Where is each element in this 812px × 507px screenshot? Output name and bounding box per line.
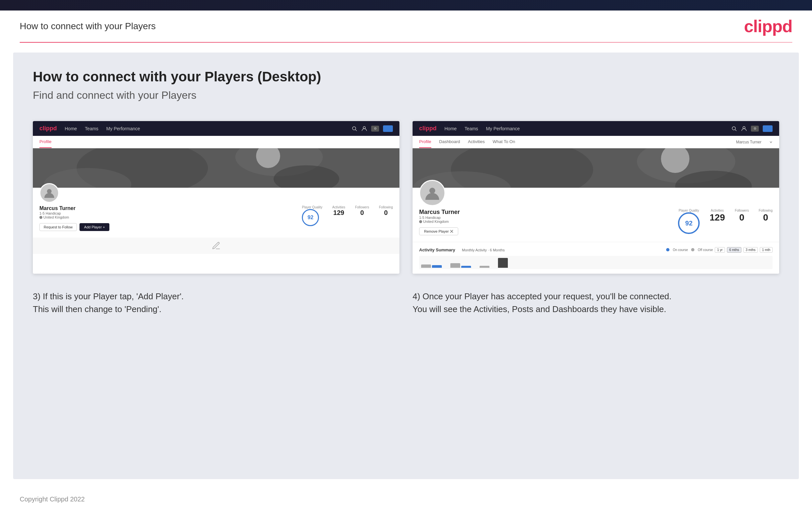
filter-6mths[interactable]: 6 mths bbox=[727, 247, 742, 253]
mock-nav-myperformance-1: My Performance bbox=[106, 126, 140, 131]
mock-stat-followers-2: Followers 0 bbox=[735, 209, 749, 223]
header-divider bbox=[20, 42, 792, 43]
mock-nav-icons-1: ⚙ bbox=[351, 125, 393, 132]
mock-banner-2 bbox=[413, 148, 779, 188]
svg-point-9 bbox=[47, 189, 52, 193]
add-player-button[interactable]: Add Player + bbox=[80, 223, 109, 231]
mock-player-location-1: United Kingdom bbox=[39, 215, 295, 219]
mock-pen-area bbox=[33, 238, 399, 254]
mock-chart-area bbox=[419, 256, 773, 269]
mock-player-dropdown[interactable]: Marcus Turner bbox=[736, 140, 761, 145]
on-course-legend-dot bbox=[666, 248, 669, 251]
svg-line-12 bbox=[735, 130, 737, 131]
mock-nav-1: clippd Home Teams My Performance ⚙ bbox=[33, 121, 399, 136]
avatar-flag-2 bbox=[763, 125, 773, 132]
mock-avatar-1 bbox=[39, 183, 59, 203]
mock-nav-icons-2: ⚙ bbox=[731, 125, 773, 132]
mock-nav-teams-1: Teams bbox=[85, 126, 98, 131]
mock-legend: On course Off course bbox=[666, 248, 713, 252]
mock-nav-myperformance-2: My Performance bbox=[486, 126, 520, 131]
top-bar bbox=[0, 0, 812, 10]
search-icon-1 bbox=[351, 126, 357, 131]
remove-player-button[interactable]: Remove Player bbox=[419, 227, 458, 235]
mock-tab-profile-2[interactable]: Profile bbox=[419, 136, 431, 148]
filter-3mths[interactable]: 3 mths bbox=[743, 247, 758, 253]
description-block-1: 3) If this is your Player tap, 'Add Play… bbox=[33, 290, 399, 316]
screenshot-1: clippd Home Teams My Performance ⚙ bbox=[33, 121, 399, 274]
description-text-2: 4) Once your Player has accepted your re… bbox=[413, 290, 779, 316]
request-follow-button[interactable]: Request to Follow bbox=[39, 223, 77, 231]
descriptions-row: 3) If this is your Player tap, 'Add Play… bbox=[33, 290, 779, 316]
svg-point-21 bbox=[419, 220, 422, 223]
mock-player-handicap-2: 1-5 Handicap bbox=[419, 216, 671, 220]
chevron-down-icon bbox=[769, 140, 773, 144]
mock-activity-section: Activity Summary Monthly Activity · 6 Mo… bbox=[413, 242, 779, 274]
screenshot-2: clippd Home Teams My Performance ⚙ bbox=[413, 121, 779, 274]
description-text-1: 3) If this is your Player tap, 'Add Play… bbox=[33, 290, 399, 316]
mock-banner-1 bbox=[33, 148, 399, 188]
svg-point-10 bbox=[39, 216, 42, 219]
main-content: How to connect with your Players (Deskto… bbox=[13, 53, 799, 479]
filter-1yr[interactable]: 1 yr bbox=[715, 247, 725, 253]
mock-nav-home-1: Home bbox=[65, 126, 77, 131]
mock-nav-home-2: Home bbox=[445, 126, 457, 131]
user-icon-1 bbox=[361, 126, 367, 131]
mock-stats-row-2: Player Quality 92 Activities 129 Followe… bbox=[678, 209, 773, 234]
chart-bar-1 bbox=[421, 265, 431, 268]
svg-point-20 bbox=[429, 188, 435, 193]
mock-tab-dashboard-2[interactable]: Dashboard bbox=[439, 136, 460, 148]
pen-icon bbox=[211, 241, 221, 250]
mock-buttons-1: Request to Follow Add Player + bbox=[39, 223, 295, 231]
close-icon bbox=[450, 230, 453, 233]
mock-activity-title-group: Activity Summary Monthly Activity · 6 Mo… bbox=[419, 247, 505, 253]
mock-stat-activities-1: Activities 129 bbox=[333, 206, 345, 217]
mock-stat-following-2: Following 0 bbox=[759, 209, 773, 223]
svg-line-1 bbox=[355, 130, 357, 131]
chart-bar-4 bbox=[461, 266, 471, 268]
user-icon-2 bbox=[741, 126, 747, 131]
page-title: How to connect with your Players (Deskto… bbox=[33, 69, 779, 84]
mock-buttons-2: Remove Player bbox=[419, 227, 671, 235]
header: How to connect with your Players clippd bbox=[0, 10, 812, 42]
mock-avatar-2 bbox=[419, 180, 445, 206]
mock-player-location-2: United Kingdom bbox=[419, 220, 671, 223]
mock-logo-1: clippd bbox=[39, 125, 57, 132]
description-block-2: 4) Once your Player has accepted your re… bbox=[413, 290, 779, 316]
settings-icon-2: ⚙ bbox=[751, 126, 759, 131]
search-icon-2 bbox=[731, 126, 737, 131]
mock-tab-activities-2[interactable]: Activities bbox=[468, 136, 485, 148]
mock-profile-section-2: Marcus Turner 1-5 Handicap United Kingdo… bbox=[413, 188, 779, 242]
mock-profile-row-2: Marcus Turner 1-5 Handicap United Kingdo… bbox=[419, 209, 773, 235]
mock-logo-2: clippd bbox=[419, 125, 437, 132]
off-course-label: Off course bbox=[698, 248, 713, 252]
chart-bar-5 bbox=[479, 266, 490, 268]
mock-player-handicap-1: 1-5 Handicap bbox=[39, 211, 295, 215]
settings-icon-1: ⚙ bbox=[371, 126, 379, 131]
mock-profile-section-1: Marcus Turner 1-5 Handicap United Kingdo… bbox=[33, 188, 399, 238]
screenshots-row: clippd Home Teams My Performance ⚙ bbox=[33, 121, 779, 274]
mock-stat-quality-1: Player Quality 92 bbox=[302, 206, 322, 226]
mock-activity-filters: On course Off course 1 yr 6 mths 3 mths … bbox=[666, 247, 773, 253]
mock-activity-header: Activity Summary Monthly Activity · 6 Mo… bbox=[419, 247, 773, 253]
svg-point-11 bbox=[732, 127, 735, 130]
mock-player-name-1: Marcus Turner bbox=[39, 206, 295, 211]
mock-tabs-2: Profile Dashboard Activities What To On … bbox=[413, 136, 779, 148]
chart-bar-3 bbox=[450, 263, 460, 268]
mock-player-name-2: Marcus Turner bbox=[419, 209, 671, 216]
clippd-logo: clippd bbox=[744, 16, 792, 36]
on-course-label: On course bbox=[673, 248, 688, 252]
mock-profile-info-1: Marcus Turner 1-5 Handicap United Kingdo… bbox=[39, 206, 295, 231]
mock-tabs-1: Profile bbox=[33, 136, 399, 148]
quality-circle-1: 92 bbox=[302, 209, 319, 226]
filter-1mth[interactable]: 1 mth bbox=[760, 247, 773, 253]
mock-nav-teams-2: Teams bbox=[464, 126, 478, 131]
mock-stat-followers-1: Followers 0 bbox=[355, 206, 369, 217]
quality-circle-2: 92 bbox=[678, 212, 700, 234]
copyright-text: Copyright Clippd 2022 bbox=[20, 496, 85, 503]
mock-tab-whattoon-2[interactable]: What To On bbox=[493, 136, 515, 148]
mock-nav-2: clippd Home Teams My Performance ⚙ bbox=[413, 121, 779, 136]
avatar-flag-1 bbox=[383, 125, 393, 132]
mock-activity-subtitle: Monthly Activity · 6 Months bbox=[462, 248, 505, 252]
footer: Copyright Clippd 2022 bbox=[0, 489, 812, 507]
mock-tab-profile-1[interactable]: Profile bbox=[39, 136, 52, 148]
